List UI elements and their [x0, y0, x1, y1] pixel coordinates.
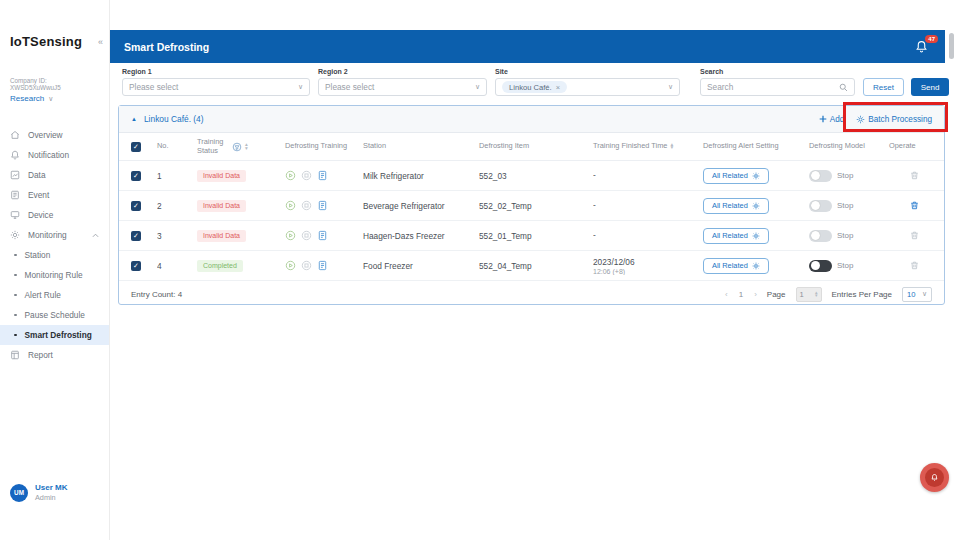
per-page-value: 10	[907, 290, 915, 299]
sidebar: IoTSensing « Company ID: XWSD5XuWwuJ5 Re…	[0, 0, 110, 540]
sidebar-item-notification[interactable]: Notification	[0, 145, 109, 165]
gear-icon	[856, 115, 865, 124]
page-number[interactable]: 1	[739, 290, 743, 299]
region1-select[interactable]: Please select ∨	[122, 78, 310, 96]
prev-page-button[interactable]: ‹	[725, 290, 728, 299]
delete-icon[interactable]	[909, 200, 920, 211]
delete-icon[interactable]	[909, 170, 920, 181]
col-defrosting-item: Defrosting Item	[479, 142, 529, 151]
row-number: 2	[157, 201, 197, 211]
table-row: ✓ 1 Invalid Data Milk Refrigerator 552_0…	[119, 161, 944, 191]
company-id: Company ID: XWSD5XuWwuJ5	[10, 77, 99, 91]
toggle-label: Stop	[837, 261, 853, 270]
sidebar-item-overview[interactable]: Overview	[0, 125, 109, 145]
chevron-down-icon: ∨	[475, 83, 480, 91]
training-log-icon[interactable]	[317, 170, 328, 181]
pagination: ‹ 1 ›	[725, 290, 757, 299]
start-training-icon[interactable]	[285, 170, 296, 181]
row-number: 1	[157, 171, 197, 181]
scrollbar-thumb[interactable]	[949, 33, 954, 59]
user-profile[interactable]: UM User MK Admin	[10, 483, 67, 502]
defrosting-item: 552_04_Temp	[479, 261, 593, 271]
row-checkbox[interactable]: ✓	[131, 231, 141, 241]
sort-icon[interactable]: ▴▾	[245, 143, 248, 149]
delete-icon[interactable]	[909, 260, 920, 271]
group-title: Linkou Café. (4)	[144, 114, 204, 124]
sidebar-item-alert-rule[interactable]: Alert Rule	[0, 285, 109, 305]
sidebar-item-label: Monitoring	[28, 230, 84, 240]
stepper-icon: ▴▾	[815, 291, 818, 297]
search-box	[700, 78, 855, 96]
col-training-status: Training Status	[197, 138, 229, 155]
chevron-down-icon: ∨	[48, 95, 53, 103]
station-name: Beverage Refrigerator	[363, 201, 479, 211]
sidebar-item-device[interactable]: Device	[0, 205, 109, 225]
site-select[interactable]: Linkou Café. × ∨	[495, 78, 680, 96]
defrosting-model-toggle[interactable]	[809, 200, 832, 212]
defrosting-model-toggle[interactable]	[809, 170, 832, 182]
send-button[interactable]: Send	[911, 78, 949, 96]
status-badge: Completed	[197, 260, 243, 272]
group-collapse-toggle[interactable]: ▲ Linkou Café. (4)	[131, 114, 204, 124]
collapse-triangle-icon: ▲	[131, 116, 137, 122]
sidebar-item-monitoring[interactable]: Monitoring	[0, 225, 109, 245]
filter-icon[interactable]	[232, 142, 242, 152]
remove-tag-icon[interactable]: ×	[556, 83, 560, 92]
stop-training-icon	[301, 170, 312, 181]
sidebar-collapse-icon[interactable]: «	[98, 37, 103, 47]
training-log-icon[interactable]	[317, 260, 328, 271]
batch-processing-button[interactable]: Batch Processing	[856, 115, 932, 124]
reset-button[interactable]: Reset	[863, 78, 904, 96]
page-input[interactable]: 1 ▴▾	[796, 287, 822, 302]
sidebar-item-station[interactable]: Station	[0, 245, 109, 265]
delete-icon[interactable]	[909, 230, 920, 241]
row-checkbox[interactable]: ✓	[131, 171, 141, 181]
finished-time: -	[593, 170, 699, 180]
user-role: Admin	[35, 493, 67, 502]
alarm-fab-button[interactable]	[920, 463, 949, 492]
sort-icon[interactable]: ▴▾	[670, 143, 673, 149]
sidebar-item-smart-defrosting[interactable]: Smart Defrosting	[0, 325, 109, 345]
next-page-button[interactable]: ›	[754, 290, 757, 299]
notification-bell-button[interactable]: 47	[915, 39, 931, 55]
start-training-icon[interactable]	[285, 200, 296, 211]
all-related-button[interactable]: All Related	[703, 228, 769, 244]
table-row: ✓ 2 Invalid Data Beverage Refrigerator 5…	[119, 191, 944, 221]
org-selector[interactable]: Research ∨	[10, 94, 99, 103]
sidebar-item-label: Report	[28, 350, 99, 360]
sidebar-item-report[interactable]: Report	[0, 345, 109, 365]
stop-training-icon	[301, 200, 312, 211]
start-training-icon[interactable]	[285, 260, 296, 271]
defrosting-model-toggle[interactable]	[809, 230, 832, 242]
sidebar-item-data[interactable]: Data	[0, 165, 109, 185]
home-icon	[10, 130, 20, 140]
select-all-checkbox[interactable]: ✓	[131, 142, 141, 152]
training-log-icon[interactable]	[317, 230, 328, 241]
all-related-button[interactable]: All Related	[703, 258, 769, 274]
toggle-label: Stop	[837, 201, 853, 210]
sidebar-item-event[interactable]: Event	[0, 185, 109, 205]
gear-icon	[752, 262, 760, 270]
stop-training-icon	[301, 230, 312, 241]
all-related-button[interactable]: All Related	[703, 168, 769, 184]
all-related-button[interactable]: All Related	[703, 198, 769, 214]
station-name: Food Freezer	[363, 261, 479, 271]
search-input[interactable]	[707, 82, 834, 92]
sidebar-sub-label: Smart Defrosting	[25, 330, 92, 340]
sidebar-item-pause-schedule[interactable]: Pause Schedule	[0, 305, 109, 325]
add-button[interactable]: Add	[819, 115, 845, 124]
table-row: ✓ 4 Completed Food Freezer 552_04_Temp 2…	[119, 251, 944, 281]
gear-icon	[752, 202, 760, 210]
region2-select[interactable]: Please select ∨	[318, 78, 487, 96]
start-training-icon[interactable]	[285, 230, 296, 241]
sidebar-item-monitoring-rule[interactable]: Monitoring Rule	[0, 265, 109, 285]
entry-count: Entry Count: 4	[131, 290, 182, 299]
defrosting-model-toggle[interactable]	[809, 260, 832, 272]
training-log-icon[interactable]	[317, 200, 328, 211]
sidebar-sub-label: Monitoring Rule	[25, 270, 83, 280]
search-label: Search	[700, 68, 855, 75]
row-number: 3	[157, 231, 197, 241]
row-checkbox[interactable]: ✓	[131, 201, 141, 211]
row-checkbox[interactable]: ✓	[131, 261, 141, 271]
entries-per-page-select[interactable]: 10 ∨	[902, 287, 932, 302]
